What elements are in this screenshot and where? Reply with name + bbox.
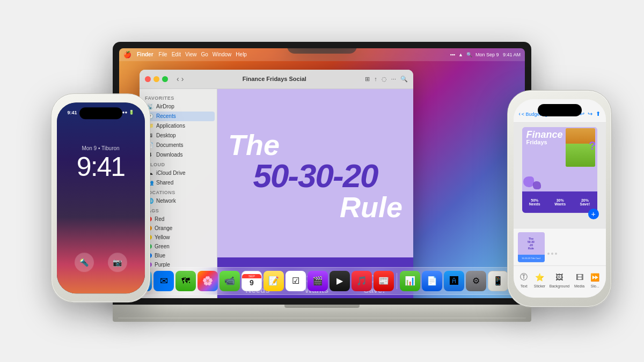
traffic-lights [145, 76, 168, 82]
dock-numbers[interactable]: 📊 [400, 271, 420, 291]
dock-maps[interactable]: 🗺 [175, 271, 196, 291]
yellow-tag-label: Yellow [155, 234, 170, 240]
dock-reminders[interactable]: ☑ [286, 271, 306, 291]
menubar-wifi: ▲ [458, 52, 463, 57]
menubar-app-name[interactable]: Finder [137, 51, 153, 57]
sidebar-item-desktop[interactable]: 🖥 Desktop [142, 131, 215, 141]
dock-settings[interactable]: ⚙ [466, 271, 486, 291]
redo-icon[interactable]: ↪ [588, 110, 592, 117]
downloads-label: Downloads [156, 152, 182, 158]
iphone-left-wallpaper: 9:41 ●●● 🔋 Mon 9 • Tiburon 9:41 🔦 📷 [57, 102, 145, 293]
menubar-search[interactable]: 🔍 [466, 52, 472, 57]
more-icon[interactable]: ··· [391, 76, 396, 83]
menubar-window[interactable]: Window [213, 51, 232, 57]
dock-pages[interactable]: 📄 [422, 271, 442, 291]
sidebar-item-shared[interactable]: 👥 Shared [142, 178, 215, 188]
dock-appletv[interactable]: ▶ [330, 271, 350, 291]
iphone-lockscreen-controls: 🔦 📷 [57, 253, 145, 272]
thumb-small-1[interactable]: The50-30-20Rule 50-30-20 Title Card [518, 232, 545, 262]
toolbar-media[interactable]: 🎞 Media [574, 271, 586, 288]
dock-photos[interactable]: 🌸 [197, 271, 218, 291]
dock-notes[interactable]: 📝 [264, 271, 284, 291]
share-icon-iphone2[interactable]: ⬆ [596, 110, 601, 117]
dock-calendar[interactable]: SEP 9 [241, 271, 262, 291]
sidebar-item-applications[interactable]: 📁 Applications [142, 121, 215, 131]
dock-news[interactable]: 📰 [374, 271, 394, 291]
fullscreen-button[interactable] [162, 76, 168, 82]
background-tool-icon: 🖼 [553, 271, 565, 283]
forward-button[interactable]: › [181, 75, 184, 83]
finder-nav-buttons: ‹ › [177, 75, 184, 83]
menubar-edit[interactable]: Edit [172, 51, 181, 57]
media-tool-icon: 🎞 [574, 271, 586, 283]
dock: 🔵 🚀 🧭 ✉ 🗺 🌸 📹 SEP 9 📝 ☑ 🎬 [119, 267, 525, 295]
menubar-datetime: Mon Sep 9 9:41 AM [475, 52, 521, 57]
sidebar-item-documents[interactable]: 📄 Documents [142, 141, 215, 150]
back-button[interactable]: ‹ [177, 75, 179, 83]
iphone2-toolbar: Ⓣ Text ⭐ Sticker 🖼 Background 🎞 [514, 265, 606, 298]
dock-iphone-mirror[interactable]: 📱 [488, 271, 508, 291]
iphone-left-dynamic-island [79, 107, 122, 119]
toolbar-text[interactable]: Ⓣ Text [518, 271, 530, 288]
share-icon[interactable]: ↑ [374, 76, 377, 83]
locations-label: Locations [140, 188, 217, 196]
macbook-foot [118, 317, 526, 320]
desktop-label: Desktop [156, 132, 176, 138]
menubar-right: ▪▪▪ ▲ 🔍 Mon Sep 9 9:41 AM [450, 52, 521, 57]
menubar-view[interactable]: View [185, 51, 197, 57]
iphone-left-body: 9:41 ●●● 🔋 Mon 9 • Tiburon 9:41 🔦 📷 [51, 93, 150, 302]
preview-stat-2: 30%Wants [554, 198, 566, 206]
menubar-help[interactable]: Help [236, 51, 247, 57]
preview-stat-1: 50%Needs [529, 198, 540, 206]
sidebar-item-tag-green[interactable]: Green [142, 242, 215, 251]
finder-window: ‹ › Finance Fridays Social ⊞ ↑ ◌ ··· 🔍 [140, 70, 413, 298]
dock-music[interactable]: 🎵 [352, 271, 372, 291]
iphone-camera-icon[interactable]: 📷 [108, 253, 127, 272]
menubar-file[interactable]: File [159, 51, 167, 57]
preview-bottom: 50%Needs 30%Wants 20%Save! [522, 191, 597, 213]
apple-menu[interactable]: 🍎 [123, 51, 131, 58]
finder-window-title: Finance Fridays Social [188, 76, 361, 82]
close-button[interactable] [145, 76, 151, 82]
sidebar-item-recents[interactable]: 🕐 Recents [142, 112, 215, 121]
toolbar-slowmo[interactable]: ⏩ Slo... [589, 271, 601, 288]
sidebar-item-tag-yellow[interactable]: Yellow [142, 233, 215, 242]
macbook-screen: 🍎 Finder File Edit View Go Window Help ▪… [119, 48, 525, 298]
iphone-right-screen: ‹ < Budgeting Edit ↩ ↪ ⬆ [514, 99, 606, 298]
media-tool-label: Media [574, 284, 584, 288]
dock-divider [397, 273, 397, 289]
iphone-flashlight-icon[interactable]: 🔦 [75, 253, 94, 272]
back-chevron-icon: ‹ [519, 111, 521, 117]
dock-mail[interactable]: ✉ [153, 271, 174, 291]
iphone-lockscreen: Mon 9 • Tiburon 9:41 [57, 145, 145, 180]
iphone2-header-icons: ↩ ↪ ⬆ [580, 110, 601, 117]
dock-appstore[interactable]: 🅰 [444, 271, 464, 291]
sidebar-item-airdrop[interactable]: 📡 AirDrop [142, 102, 215, 112]
search-icon[interactable]: 🔍 [400, 76, 408, 83]
iphone2-design-preview[interactable]: ? Finance Fridays 50%Needs 30%Wants [522, 127, 597, 213]
dock-facetime[interactable]: 📹 [219, 271, 240, 291]
dock-clips[interactable]: 🎬 [308, 271, 328, 291]
sidebar-item-icloud-drive[interactable]: ☁ iCloud Drive [142, 168, 215, 178]
iphone-right-body: ‹ < Budgeting Edit ↩ ↪ ⬆ [507, 90, 612, 307]
toolbar-sticker[interactable]: ⭐ Sticker [533, 271, 545, 288]
sidebar-item-tag-blue[interactable]: Blue [142, 251, 215, 260]
sidebar-item-downloads[interactable]: ⬇ Downloads [142, 150, 215, 160]
tag-icon[interactable]: ◌ [382, 76, 387, 83]
menubar-go[interactable]: Go [201, 51, 208, 57]
shared-label: Shared [156, 180, 173, 186]
macbook-base [113, 305, 531, 322]
iphone-right-dynamic-island [538, 104, 582, 116]
sidebar-item-network[interactable]: 🌐 Network [142, 196, 215, 206]
sidebar-item-tag-orange[interactable]: Orange [142, 224, 215, 233]
sticker-tool-label: Sticker [534, 284, 545, 288]
iphone-left-screen: 9:41 ●●● 🔋 Mon 9 • Tiburon 9:41 🔦 📷 [57, 102, 145, 293]
macbook: 🍎 Finder File Edit View Go Window Help ▪… [113, 42, 531, 321]
view-toggle-icon[interactable]: ⊞ [365, 76, 370, 83]
toolbar-background[interactable]: 🖼 Background [550, 271, 569, 288]
sidebar-item-tag-red[interactable]: Red [142, 215, 215, 224]
menubar-items: File Edit View Go Window Help [159, 51, 247, 57]
icloud-label: iCloud [140, 160, 217, 168]
minimize-button[interactable] [153, 76, 159, 82]
add-element-button[interactable]: + [588, 209, 599, 219]
